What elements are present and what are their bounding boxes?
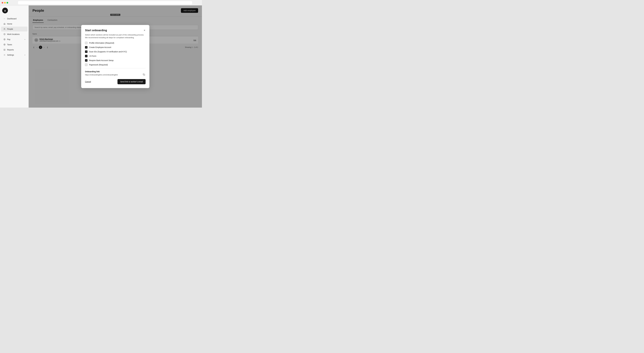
sidebar-item-work-locations[interactable]: Work locations xyxy=(1,32,28,37)
checkbox-create-account-label: Create Employee Account xyxy=(89,46,111,48)
checkbox-paperwork-label: Paperwork (Required) xyxy=(89,64,108,66)
onboarding-link-section: Onboarding link https://onboardinglink.c… xyxy=(85,70,146,76)
checkbox-i9-form-input[interactable] xyxy=(85,55,88,57)
cancel-button[interactable]: Cancel xyxy=(85,81,91,83)
checkbox-create-account: Create Employee Account xyxy=(85,46,146,48)
checkbox-bank-account: Require Bank Account Setup xyxy=(85,59,146,62)
modal-title: Start onboarding xyxy=(85,29,107,32)
checkbox-profile-info-input[interactable] xyxy=(85,42,88,44)
modal-description: Select which sections will be included a… xyxy=(85,33,146,39)
sidebar-item-pay[interactable]: Pay ▾ xyxy=(1,37,28,42)
reports-icon xyxy=(3,48,6,51)
svg-point-0 xyxy=(4,28,5,29)
svg-point-4 xyxy=(4,44,5,45)
work-locations-icon xyxy=(3,33,6,35)
traffic-light-yellow[interactable] xyxy=(4,2,6,3)
checkbox-paperwork-input[interactable] xyxy=(85,63,88,66)
sidebar-item-label: Work locations xyxy=(7,33,20,35)
sidebar-item-people[interactable]: People xyxy=(1,26,28,31)
modal-close-button[interactable]: × xyxy=(144,29,146,32)
modal-header: Start onboarding × xyxy=(85,29,146,32)
checkbox-scan-ids: Scan IDs (Supports I-9 verification and … xyxy=(85,50,146,53)
sidebar: ▲ ← Dashboard Home People Work locations xyxy=(0,5,29,108)
traffic-lights xyxy=(2,2,8,3)
checkbox-paperwork: Paperwork (Required) xyxy=(85,63,146,66)
onboarding-modal: Start onboarding × Select which sections… xyxy=(81,25,150,88)
checkbox-profile-info-label: Profile Information (Required) xyxy=(89,42,114,44)
app-layout: ▲ ← Dashboard Home People Work locations xyxy=(0,5,202,108)
modal-overlay: Start onboarding × Select which sections… xyxy=(29,5,202,108)
app-logo[interactable]: ▲ xyxy=(2,8,8,13)
checkbox-scan-ids-input[interactable] xyxy=(85,50,88,53)
sidebar-item-settings[interactable]: Settings ▾ xyxy=(1,52,28,57)
pay-icon xyxy=(3,38,6,41)
address-bar[interactable] xyxy=(18,1,192,4)
checkbox-bank-account-input[interactable] xyxy=(85,59,88,62)
sidebar-item-label: Settings xyxy=(7,54,14,56)
dashboard-icon: ← xyxy=(3,17,6,20)
sidebar-item-label: Pay xyxy=(7,38,10,40)
chevron-down-icon: ▾ xyxy=(24,39,25,40)
sidebar-item-home[interactable]: Home xyxy=(1,21,28,26)
sidebar-item-dashboard[interactable]: ← Dashboard xyxy=(1,16,28,21)
sidebar-item-label: Reports xyxy=(7,49,14,51)
logo-icon: ▲ xyxy=(4,9,6,12)
modal-footer: Cancel Send link to worker's email xyxy=(85,79,146,84)
copy-link-button[interactable] xyxy=(142,73,146,76)
traffic-light-red[interactable] xyxy=(2,2,3,3)
sidebar-item-label: Taxes xyxy=(7,43,12,46)
settings-icon xyxy=(3,54,6,56)
checkbox-i9-form-label: I-9 Form xyxy=(89,55,96,57)
onboarding-link-label: Onboarding link xyxy=(85,70,146,73)
checkbox-i9-form: I-9 Form xyxy=(85,55,146,57)
checkbox-scan-ids-label: Scan IDs (Supports I-9 verification and … xyxy=(89,50,127,53)
chevron-down-icon: ▾ xyxy=(24,54,25,56)
send-link-button[interactable]: Send link to worker's email xyxy=(118,79,146,84)
onboarding-link-value: https://onboardinglink.com/onboardinglin… xyxy=(85,73,146,76)
sidebar-item-label: Home xyxy=(7,23,12,25)
onboarding-link-url: https://onboardinglink.com/onboardinglin… xyxy=(85,74,118,76)
sidebar-item-taxes[interactable]: Taxes xyxy=(1,42,28,47)
checkbox-bank-account-label: Require Bank Account Setup xyxy=(89,59,114,61)
titlebar xyxy=(0,0,202,5)
sidebar-item-label: People xyxy=(7,28,13,30)
svg-rect-8 xyxy=(144,74,145,75)
checkbox-profile-info: Profile Information (Required) xyxy=(85,42,146,44)
checkbox-create-account-input[interactable] xyxy=(85,46,88,48)
sidebar-item-label: Dashboard xyxy=(7,17,16,20)
main-content: People Add employee TEST DATA Employees … xyxy=(29,5,202,108)
taxes-icon xyxy=(3,43,6,46)
sidebar-item-reports[interactable]: Reports xyxy=(1,47,28,52)
svg-point-7 xyxy=(4,55,5,55)
home-icon xyxy=(3,23,6,25)
svg-point-2 xyxy=(4,34,5,34)
svg-point-5 xyxy=(4,44,5,45)
people-icon xyxy=(3,28,6,30)
traffic-light-green[interactable] xyxy=(6,2,8,3)
svg-point-1 xyxy=(4,33,5,35)
